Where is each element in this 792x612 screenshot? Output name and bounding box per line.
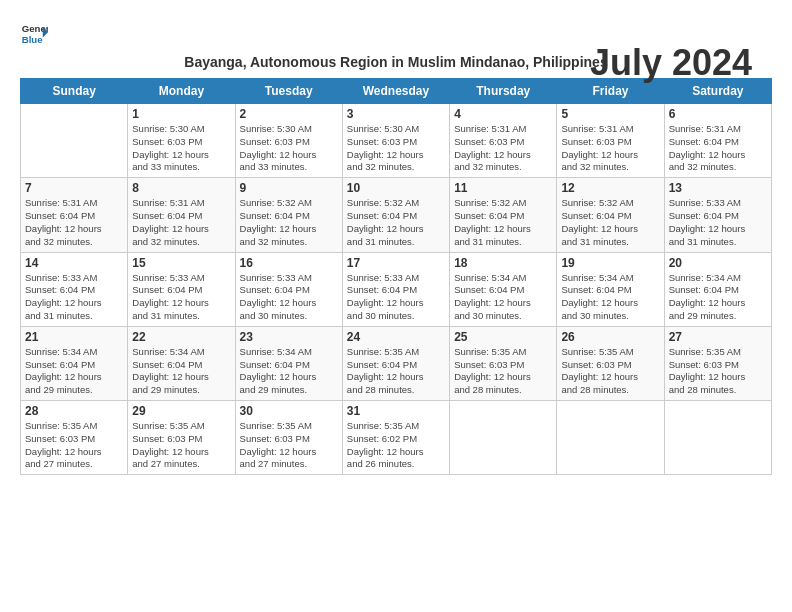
calendar-cell: 22Sunrise: 5:34 AM Sunset: 6:04 PM Dayli… bbox=[128, 326, 235, 400]
calendar-cell: 3Sunrise: 5:30 AM Sunset: 6:03 PM Daylig… bbox=[342, 104, 449, 178]
calendar-cell: 10Sunrise: 5:32 AM Sunset: 6:04 PM Dayli… bbox=[342, 178, 449, 252]
day-info: Sunrise: 5:32 AM Sunset: 6:04 PM Dayligh… bbox=[240, 197, 338, 248]
day-number: 31 bbox=[347, 404, 445, 418]
calendar-cell: 25Sunrise: 5:35 AM Sunset: 6:03 PM Dayli… bbox=[450, 326, 557, 400]
calendar-cell: 5Sunrise: 5:31 AM Sunset: 6:03 PM Daylig… bbox=[557, 104, 664, 178]
calendar-week-row: 21Sunrise: 5:34 AM Sunset: 6:04 PM Dayli… bbox=[21, 326, 772, 400]
calendar-cell: 19Sunrise: 5:34 AM Sunset: 6:04 PM Dayli… bbox=[557, 252, 664, 326]
calendar-cell: 12Sunrise: 5:32 AM Sunset: 6:04 PM Dayli… bbox=[557, 178, 664, 252]
day-number: 4 bbox=[454, 107, 552, 121]
day-info: Sunrise: 5:30 AM Sunset: 6:03 PM Dayligh… bbox=[132, 123, 230, 174]
calendar-header-thursday: Thursday bbox=[450, 79, 557, 104]
calendar-cell: 9Sunrise: 5:32 AM Sunset: 6:04 PM Daylig… bbox=[235, 178, 342, 252]
day-number: 1 bbox=[132, 107, 230, 121]
day-info: Sunrise: 5:31 AM Sunset: 6:03 PM Dayligh… bbox=[454, 123, 552, 174]
page-title: July 2024 bbox=[590, 42, 752, 83]
day-number: 30 bbox=[240, 404, 338, 418]
calendar-cell bbox=[557, 401, 664, 475]
day-info: Sunrise: 5:34 AM Sunset: 6:04 PM Dayligh… bbox=[454, 272, 552, 323]
calendar-header-sunday: Sunday bbox=[21, 79, 128, 104]
calendar-cell: 23Sunrise: 5:34 AM Sunset: 6:04 PM Dayli… bbox=[235, 326, 342, 400]
day-number: 6 bbox=[669, 107, 767, 121]
day-number: 21 bbox=[25, 330, 123, 344]
calendar-cell: 4Sunrise: 5:31 AM Sunset: 6:03 PM Daylig… bbox=[450, 104, 557, 178]
day-info: Sunrise: 5:33 AM Sunset: 6:04 PM Dayligh… bbox=[25, 272, 123, 323]
calendar-cell: 1Sunrise: 5:30 AM Sunset: 6:03 PM Daylig… bbox=[128, 104, 235, 178]
day-info: Sunrise: 5:33 AM Sunset: 6:04 PM Dayligh… bbox=[347, 272, 445, 323]
calendar-cell bbox=[450, 401, 557, 475]
day-number: 28 bbox=[25, 404, 123, 418]
day-number: 25 bbox=[454, 330, 552, 344]
day-info: Sunrise: 5:35 AM Sunset: 6:03 PM Dayligh… bbox=[25, 420, 123, 471]
day-number: 7 bbox=[25, 181, 123, 195]
day-number: 27 bbox=[669, 330, 767, 344]
day-info: Sunrise: 5:35 AM Sunset: 6:03 PM Dayligh… bbox=[669, 346, 767, 397]
day-info: Sunrise: 5:34 AM Sunset: 6:04 PM Dayligh… bbox=[25, 346, 123, 397]
day-info: Sunrise: 5:32 AM Sunset: 6:04 PM Dayligh… bbox=[347, 197, 445, 248]
day-info: Sunrise: 5:31 AM Sunset: 6:04 PM Dayligh… bbox=[669, 123, 767, 174]
day-number: 23 bbox=[240, 330, 338, 344]
calendar-cell: 2Sunrise: 5:30 AM Sunset: 6:03 PM Daylig… bbox=[235, 104, 342, 178]
calendar-cell: 13Sunrise: 5:33 AM Sunset: 6:04 PM Dayli… bbox=[664, 178, 771, 252]
day-info: Sunrise: 5:31 AM Sunset: 6:03 PM Dayligh… bbox=[561, 123, 659, 174]
day-number: 22 bbox=[132, 330, 230, 344]
day-info: Sunrise: 5:34 AM Sunset: 6:04 PM Dayligh… bbox=[561, 272, 659, 323]
day-info: Sunrise: 5:35 AM Sunset: 6:03 PM Dayligh… bbox=[454, 346, 552, 397]
day-info: Sunrise: 5:33 AM Sunset: 6:04 PM Dayligh… bbox=[240, 272, 338, 323]
day-number: 16 bbox=[240, 256, 338, 270]
svg-text:Blue: Blue bbox=[22, 34, 43, 45]
day-info: Sunrise: 5:35 AM Sunset: 6:03 PM Dayligh… bbox=[561, 346, 659, 397]
day-info: Sunrise: 5:35 AM Sunset: 6:03 PM Dayligh… bbox=[240, 420, 338, 471]
calendar-cell bbox=[21, 104, 128, 178]
day-info: Sunrise: 5:33 AM Sunset: 6:04 PM Dayligh… bbox=[669, 197, 767, 248]
calendar-header-wednesday: Wednesday bbox=[342, 79, 449, 104]
day-number: 5 bbox=[561, 107, 659, 121]
calendar-cell: 24Sunrise: 5:35 AM Sunset: 6:04 PM Dayli… bbox=[342, 326, 449, 400]
day-number: 9 bbox=[240, 181, 338, 195]
day-info: Sunrise: 5:34 AM Sunset: 6:04 PM Dayligh… bbox=[132, 346, 230, 397]
calendar-cell: 11Sunrise: 5:32 AM Sunset: 6:04 PM Dayli… bbox=[450, 178, 557, 252]
title-section: July 2024 bbox=[590, 42, 752, 84]
day-info: Sunrise: 5:34 AM Sunset: 6:04 PM Dayligh… bbox=[240, 346, 338, 397]
day-info: Sunrise: 5:35 AM Sunset: 6:02 PM Dayligh… bbox=[347, 420, 445, 471]
day-info: Sunrise: 5:32 AM Sunset: 6:04 PM Dayligh… bbox=[561, 197, 659, 248]
calendar-cell: 6Sunrise: 5:31 AM Sunset: 6:04 PM Daylig… bbox=[664, 104, 771, 178]
day-number: 19 bbox=[561, 256, 659, 270]
calendar-cell: 8Sunrise: 5:31 AM Sunset: 6:04 PM Daylig… bbox=[128, 178, 235, 252]
day-info: Sunrise: 5:34 AM Sunset: 6:04 PM Dayligh… bbox=[669, 272, 767, 323]
day-number: 11 bbox=[454, 181, 552, 195]
day-info: Sunrise: 5:35 AM Sunset: 6:04 PM Dayligh… bbox=[347, 346, 445, 397]
logo-icon: General Blue bbox=[20, 20, 48, 48]
day-number: 29 bbox=[132, 404, 230, 418]
calendar-cell: 30Sunrise: 5:35 AM Sunset: 6:03 PM Dayli… bbox=[235, 401, 342, 475]
calendar-week-row: 28Sunrise: 5:35 AM Sunset: 6:03 PM Dayli… bbox=[21, 401, 772, 475]
day-info: Sunrise: 5:30 AM Sunset: 6:03 PM Dayligh… bbox=[347, 123, 445, 174]
calendar-cell: 7Sunrise: 5:31 AM Sunset: 6:04 PM Daylig… bbox=[21, 178, 128, 252]
calendar-cell: 14Sunrise: 5:33 AM Sunset: 6:04 PM Dayli… bbox=[21, 252, 128, 326]
day-number: 26 bbox=[561, 330, 659, 344]
calendar-table: SundayMondayTuesdayWednesdayThursdayFrid… bbox=[20, 78, 772, 475]
calendar-cell: 28Sunrise: 5:35 AM Sunset: 6:03 PM Dayli… bbox=[21, 401, 128, 475]
calendar-cell: 20Sunrise: 5:34 AM Sunset: 6:04 PM Dayli… bbox=[664, 252, 771, 326]
day-info: Sunrise: 5:35 AM Sunset: 6:03 PM Dayligh… bbox=[132, 420, 230, 471]
day-number: 2 bbox=[240, 107, 338, 121]
calendar-cell: 15Sunrise: 5:33 AM Sunset: 6:04 PM Dayli… bbox=[128, 252, 235, 326]
day-info: Sunrise: 5:31 AM Sunset: 6:04 PM Dayligh… bbox=[25, 197, 123, 248]
calendar-week-row: 14Sunrise: 5:33 AM Sunset: 6:04 PM Dayli… bbox=[21, 252, 772, 326]
day-number: 14 bbox=[25, 256, 123, 270]
calendar-cell: 21Sunrise: 5:34 AM Sunset: 6:04 PM Dayli… bbox=[21, 326, 128, 400]
day-number: 24 bbox=[347, 330, 445, 344]
calendar-cell: 31Sunrise: 5:35 AM Sunset: 6:02 PM Dayli… bbox=[342, 401, 449, 475]
day-number: 15 bbox=[132, 256, 230, 270]
day-number: 13 bbox=[669, 181, 767, 195]
day-number: 20 bbox=[669, 256, 767, 270]
day-number: 3 bbox=[347, 107, 445, 121]
day-info: Sunrise: 5:32 AM Sunset: 6:04 PM Dayligh… bbox=[454, 197, 552, 248]
calendar-cell: 17Sunrise: 5:33 AM Sunset: 6:04 PM Dayli… bbox=[342, 252, 449, 326]
day-number: 8 bbox=[132, 181, 230, 195]
day-number: 18 bbox=[454, 256, 552, 270]
day-info: Sunrise: 5:31 AM Sunset: 6:04 PM Dayligh… bbox=[132, 197, 230, 248]
day-number: 12 bbox=[561, 181, 659, 195]
calendar-header-monday: Monday bbox=[128, 79, 235, 104]
calendar-cell: 29Sunrise: 5:35 AM Sunset: 6:03 PM Dayli… bbox=[128, 401, 235, 475]
